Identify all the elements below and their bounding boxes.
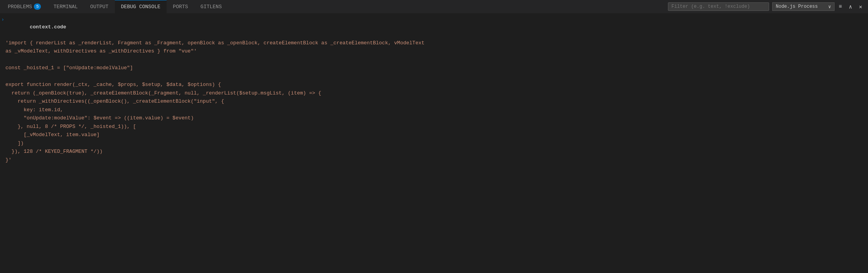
code-text-6: return _withDirectives((_openBlock(), _c… (5, 98, 868, 105)
code-line-4: export function render(_ctx, _cache, $pr… (0, 80, 868, 89)
code-text-8: "onUpdate:modelValue": $event => ((item.… (5, 114, 868, 122)
tab-gitlens-label: GITLENS (200, 4, 222, 10)
tab-problems[interactable]: PROBLEMS 5 (2, 0, 47, 14)
code-text-11: ]) (5, 140, 868, 147)
tab-debug-console-label: DEBUG CONSOLE (121, 4, 160, 10)
line-indent-3 (0, 64, 5, 65)
code-line-5: return (_openBlock(true), _createElement… (0, 89, 868, 98)
tab-ports[interactable]: PORTS (167, 0, 194, 14)
context-line: › context.code (0, 15, 868, 39)
chevron-down-icon: ∨ (828, 4, 831, 10)
code-line-1: 'import { renderList as _renderList, Fra… (0, 39, 868, 47)
line-indent-7 (0, 106, 5, 107)
tab-debug-console[interactable]: DEBUG CONSOLE (115, 0, 167, 14)
line-indent-5 (0, 89, 5, 90)
code-line-11: ]) (0, 139, 868, 148)
process-selector[interactable]: Node.js Process ∨ (772, 2, 835, 11)
code-blank-2 (5, 73, 868, 80)
tab-terminal-label: TERMINAL (53, 4, 77, 10)
line-indent-10 (0, 131, 5, 132)
tab-output-label: OUTPUT (90, 4, 109, 10)
code-text-13: }' (5, 156, 868, 164)
code-text-3: const _hoisted_1 = ["onUpdate:modelValue… (5, 64, 868, 72)
line-indent-12 (0, 148, 5, 149)
line-indent-blank-2 (0, 73, 5, 74)
process-selector-label: Node.js Process (776, 4, 826, 9)
context-label: context.code (5, 16, 868, 38)
code-line-8: "onUpdate:modelValue": $event => ((item.… (0, 114, 868, 122)
code-line-12: }), 128 /* KEYED_FRAGMENT */)) (0, 147, 868, 156)
tab-bar: PROBLEMS 5 TERMINAL OUTPUT DEBUG CONSOLE… (0, 0, 868, 14)
line-indent-6 (0, 98, 5, 98)
code-line-13: }' (0, 156, 868, 164)
line-indent-8 (0, 114, 5, 115)
code-line-7: key: item.id, (0, 106, 868, 114)
context-code-label: context.code (30, 24, 66, 30)
collapse-icon[interactable]: ∧ (846, 2, 855, 11)
line-indent-blank-1 (0, 56, 5, 57)
tab-output[interactable]: OUTPUT (84, 0, 115, 14)
code-text-10: [_vModelText, item.value] (5, 131, 868, 139)
panel-container: PROBLEMS 5 TERMINAL OUTPUT DEBUG CONSOLE… (0, 0, 868, 273)
close-icon[interactable]: ✕ (856, 2, 865, 11)
code-text-12: }), 128 /* KEYED_FRAGMENT */)) (5, 148, 868, 156)
tab-gitlens[interactable]: GITLENS (194, 0, 228, 14)
line-indent-4 (0, 81, 5, 82)
line-indent-11 (0, 140, 5, 140)
problems-badge: 5 (34, 4, 41, 10)
line-indent-1 (0, 39, 5, 40)
code-text-7: key: item.id, (5, 106, 868, 114)
filter-input[interactable] (671, 4, 766, 9)
code-text-9: }, null, 8 /* PROPS */, _hoisted_1)), [ (5, 123, 868, 131)
code-line-10: [_vModelText, item.value] (0, 131, 868, 139)
tab-ports-label: PORTS (173, 4, 188, 10)
code-text-2: as _vModelText, withDirectives as _withD… (5, 47, 868, 55)
code-line-blank-2 (0, 72, 868, 81)
code-text-5: return (_openBlock(true), _createElement… (5, 89, 868, 97)
tab-problems-label: PROBLEMS (8, 4, 32, 10)
console-content: › context.code 'import { renderList as _… (0, 14, 868, 273)
list-icon[interactable]: ≡ (836, 2, 845, 11)
line-indent-2 (0, 47, 5, 48)
line-indent-13 (0, 156, 5, 157)
toolbar-icons: ≡ ∧ ✕ (836, 2, 865, 11)
tab-terminal[interactable]: TERMINAL (47, 0, 84, 14)
code-text-4: export function render(_ctx, _cache, $pr… (5, 81, 868, 89)
code-line-3: const _hoisted_1 = ["onUpdate:modelValue… (0, 64, 868, 72)
code-text-1: 'import { renderList as _renderList, Fra… (5, 39, 868, 47)
code-line-6: return _withDirectives((_openBlock(), _c… (0, 97, 868, 106)
code-line-9: }, null, 8 /* PROPS */, _hoisted_1)), [ (0, 122, 868, 131)
filter-input-container[interactable] (668, 2, 769, 11)
code-line-2: as _vModelText, withDirectives as _withD… (0, 47, 868, 56)
code-line-blank-1 (0, 56, 868, 64)
line-indent-9 (0, 123, 5, 124)
arrow-indicator: › (0, 16, 5, 23)
code-blank-1 (5, 56, 868, 64)
